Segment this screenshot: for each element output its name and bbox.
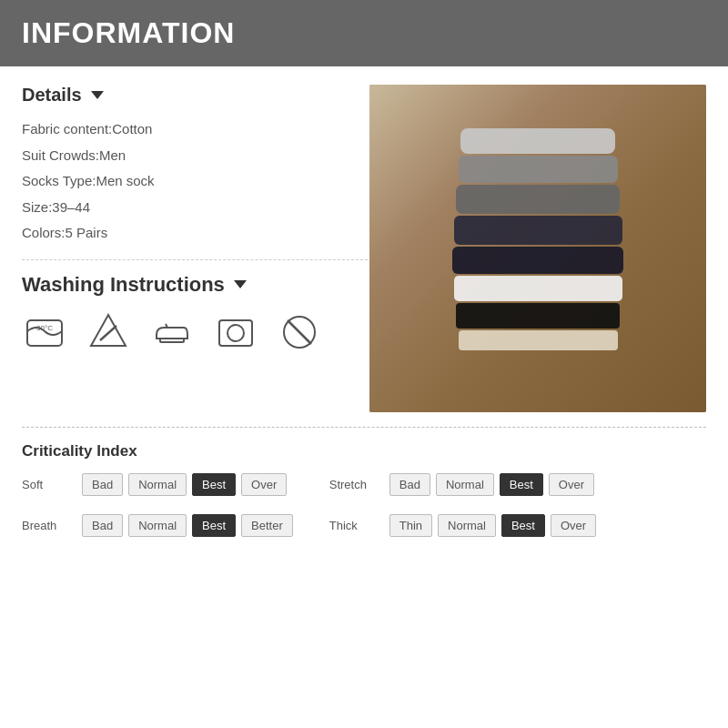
details-list: Fabric content:Cotton Suit Crowds:Men So… bbox=[22, 116, 368, 247]
breath-bad-btn[interactable]: Bad bbox=[82, 514, 123, 537]
breath-best-btn[interactable]: Best bbox=[192, 514, 236, 537]
full-divider bbox=[22, 427, 706, 428]
svg-text:30°C: 30°C bbox=[36, 324, 53, 332]
washing-icons: 30°C bbox=[22, 309, 368, 355]
breath-normal-btn[interactable]: Normal bbox=[128, 514, 187, 537]
no-dry-clean-icon bbox=[277, 309, 322, 355]
soft-normal-btn[interactable]: Normal bbox=[128, 473, 187, 496]
criticality-title: Criticality Index bbox=[22, 442, 706, 460]
soft-best-btn[interactable]: Best bbox=[192, 473, 236, 496]
thick-best-btn[interactable]: Best bbox=[501, 514, 545, 537]
divider bbox=[22, 259, 368, 260]
soft-row: Soft Bad Normal Best Over bbox=[22, 473, 293, 496]
wash-30-icon: 30°C bbox=[22, 309, 67, 355]
soft-over-btn[interactable]: Over bbox=[241, 473, 287, 496]
washing-dropdown-arrow[interactable] bbox=[234, 280, 247, 288]
right-index-group: Stretch Bad Normal Best Over Thick Thin … bbox=[329, 473, 596, 546]
svg-marker-2 bbox=[91, 315, 126, 346]
breath-row: Breath Bad Normal Best Better bbox=[22, 514, 293, 537]
stretch-best-btn[interactable]: Best bbox=[500, 473, 543, 496]
list-item: Socks Type:Men sock bbox=[22, 168, 368, 195]
thick-row: Thick Thin Normal Best Over bbox=[329, 514, 596, 537]
svg-line-9 bbox=[288, 320, 311, 344]
stretch-row: Stretch Bad Normal Best Over bbox=[329, 473, 596, 496]
svg-rect-4 bbox=[160, 339, 184, 342]
details-section: Details Fabric content:Cotton Suit Crowd… bbox=[22, 85, 706, 412]
no-bleach-icon bbox=[86, 309, 131, 355]
washing-title-text: Washing Instructions bbox=[22, 273, 225, 297]
soft-bad-btn[interactable]: Bad bbox=[82, 473, 123, 496]
breath-better-btn[interactable]: Better bbox=[241, 514, 293, 537]
stretch-normal-btn[interactable]: Normal bbox=[436, 473, 494, 496]
details-dropdown-arrow[interactable] bbox=[91, 91, 104, 99]
iron-icon bbox=[149, 309, 195, 355]
thick-label: Thick bbox=[329, 519, 384, 532]
left-index-group: Soft Bad Normal Best Over Breath Bad Nor… bbox=[22, 473, 293, 546]
thick-normal-btn[interactable]: Normal bbox=[438, 514, 496, 537]
svg-line-3 bbox=[100, 326, 116, 340]
details-title: Details bbox=[22, 85, 82, 106]
svg-point-7 bbox=[228, 325, 244, 341]
stretch-over-btn[interactable]: Over bbox=[549, 473, 594, 496]
page-header: INFORMATION bbox=[0, 0, 728, 66]
list-item: Size:39–44 bbox=[22, 195, 368, 221]
socks-stack bbox=[447, 128, 629, 350]
main-content: Details Fabric content:Cotton Suit Crowd… bbox=[0, 66, 728, 564]
list-item: Colors:5 Pairs bbox=[22, 220, 368, 247]
no-tumble-dry-icon bbox=[213, 309, 258, 355]
stretch-label: Stretch bbox=[329, 478, 384, 491]
list-item: Suit Crowds:Men bbox=[22, 143, 368, 169]
page-title: INFORMATION bbox=[22, 16, 706, 50]
thick-thin-btn[interactable]: Thin bbox=[389, 514, 432, 537]
stretch-bad-btn[interactable]: Bad bbox=[389, 473, 430, 496]
details-heading[interactable]: Details bbox=[22, 85, 368, 106]
breath-label: Breath bbox=[22, 519, 76, 532]
washing-heading[interactable]: Washing Instructions bbox=[22, 273, 368, 297]
details-left: Details Fabric content:Cotton Suit Crowd… bbox=[22, 85, 368, 355]
criticality-section: Criticality Index Soft Bad Normal Best O… bbox=[22, 442, 706, 546]
product-image bbox=[369, 85, 706, 412]
criticality-rows: Soft Bad Normal Best Over Breath Bad Nor… bbox=[22, 473, 706, 546]
thick-over-btn[interactable]: Over bbox=[551, 514, 596, 537]
list-item: Fabric content:Cotton bbox=[22, 116, 368, 143]
washing-section: Washing Instructions 30°C bbox=[22, 273, 368, 355]
soft-label: Soft bbox=[22, 478, 76, 491]
